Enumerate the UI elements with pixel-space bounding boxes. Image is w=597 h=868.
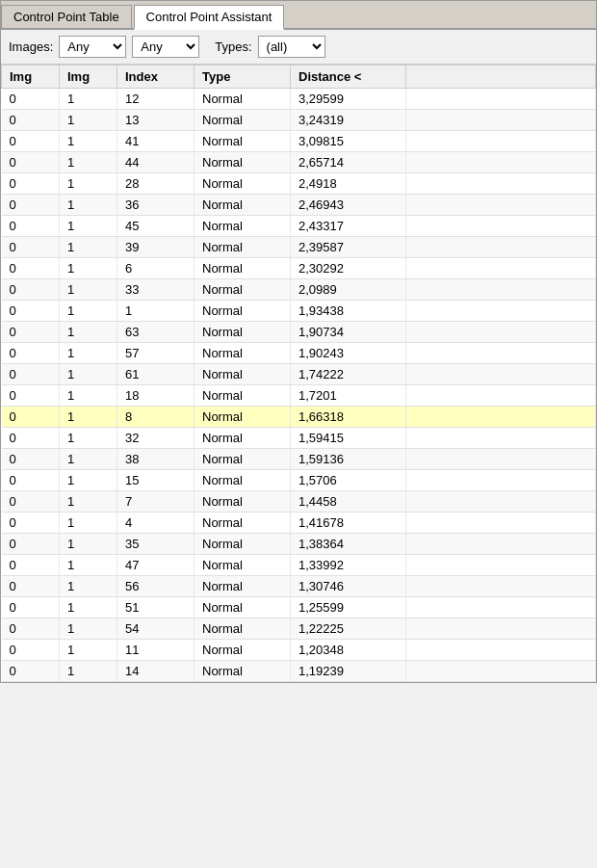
- cell-index: 4: [117, 513, 195, 534]
- cell-type: Normal: [195, 534, 291, 555]
- cell-img1: 0: [2, 618, 60, 640]
- table-row[interactable]: 0135Normal1,38364: [2, 534, 596, 555]
- tab-control-point-assistant[interactable]: Control Point Assistant: [134, 5, 285, 30]
- table-row[interactable]: 0128Normal2,4918: [2, 173, 596, 195]
- cell-type: Normal: [195, 640, 291, 661]
- cell-index: 32: [117, 428, 195, 449]
- cell-extra: [406, 597, 596, 618]
- table-row[interactable]: 017Normal1,4458: [2, 491, 596, 513]
- cell-img2: 1: [60, 555, 117, 576]
- images-label: Images:: [9, 39, 53, 54]
- table-row[interactable]: 0138Normal1,59136: [2, 449, 596, 470]
- cell-img2: 1: [60, 491, 117, 513]
- cell-img1: 0: [2, 110, 60, 131]
- types-label: Types:: [215, 39, 251, 54]
- cell-index: 36: [117, 195, 195, 216]
- cell-img2: 1: [60, 640, 117, 661]
- col-header-img1: Img: [2, 66, 60, 89]
- cell-index: 45: [117, 216, 195, 237]
- images-select-2[interactable]: Any: [132, 36, 199, 58]
- table-container: Img Img Index Type Distance < 0112Normal…: [1, 65, 596, 682]
- cell-index: 57: [117, 343, 195, 364]
- tab-bar: Control Point Table Control Point Assist…: [1, 1, 596, 30]
- cell-index: 11: [117, 640, 195, 661]
- table-row[interactable]: 0118Normal1,7201: [2, 385, 596, 407]
- col-header-distance[interactable]: Distance <: [291, 66, 406, 89]
- cell-img2: 1: [60, 385, 117, 407]
- cell-img1: 0: [2, 89, 60, 110]
- table-row[interactable]: 0145Normal2,43317: [2, 216, 596, 237]
- cell-extra: [406, 301, 596, 322]
- table-row[interactable]: 0151Normal1,25599: [2, 597, 596, 618]
- cell-img2: 1: [60, 343, 117, 364]
- table-body: 0112Normal3,295990113Normal3,243190141No…: [2, 89, 596, 682]
- cell-distance: 1,66318: [291, 407, 406, 428]
- col-header-type: Type: [195, 66, 291, 89]
- table-row[interactable]: 0133Normal2,0989: [2, 279, 596, 301]
- table-row[interactable]: 0139Normal2,39587: [2, 237, 596, 258]
- table-row[interactable]: 0161Normal1,74222: [2, 364, 596, 385]
- cell-distance: 1,38364: [291, 534, 406, 555]
- cell-extra: [406, 576, 596, 597]
- table-row[interactable]: 0112Normal3,29599: [2, 89, 596, 110]
- cell-distance: 1,25599: [291, 597, 406, 618]
- cell-img2: 1: [60, 618, 117, 640]
- table-row[interactable]: 0156Normal1,30746: [2, 576, 596, 597]
- cell-img2: 1: [60, 152, 117, 173]
- cell-extra: [406, 449, 596, 470]
- cell-img2: 1: [60, 449, 117, 470]
- cell-index: 1: [117, 301, 195, 322]
- table-row[interactable]: 0115Normal1,5706: [2, 470, 596, 491]
- table-row[interactable]: 0144Normal2,65714: [2, 152, 596, 173]
- table-row[interactable]: 014Normal1,41678: [2, 513, 596, 534]
- cell-img1: 0: [2, 491, 60, 513]
- cell-img1: 0: [2, 555, 60, 576]
- cell-img1: 0: [2, 131, 60, 152]
- cell-extra: [406, 237, 596, 258]
- cell-distance: 1,41678: [291, 513, 406, 534]
- table-row[interactable]: 011Normal1,93438: [2, 301, 596, 322]
- tab-control-point-table[interactable]: Control Point Table: [1, 5, 132, 28]
- table-row[interactable]: 0111Normal1,20348: [2, 640, 596, 661]
- cell-img2: 1: [60, 279, 117, 301]
- col-header-extra: [406, 66, 596, 89]
- table-row[interactable]: 0157Normal1,90243: [2, 343, 596, 364]
- cell-type: Normal: [195, 258, 291, 279]
- table-row[interactable]: 0136Normal2,46943: [2, 195, 596, 216]
- cell-img2: 1: [60, 513, 117, 534]
- table-row[interactable]: 0163Normal1,90734: [2, 322, 596, 343]
- types-select[interactable]: (all): [258, 36, 325, 58]
- cell-index: 51: [117, 597, 195, 618]
- cell-img1: 0: [2, 195, 60, 216]
- cell-extra: [406, 470, 596, 491]
- cell-extra: [406, 491, 596, 513]
- cell-distance: 1,59415: [291, 428, 406, 449]
- table-row[interactable]: 016Normal2,30292: [2, 258, 596, 279]
- table-row[interactable]: 0113Normal3,24319: [2, 110, 596, 131]
- cell-img2: 1: [60, 470, 117, 491]
- table-row[interactable]: 0154Normal1,22225: [2, 618, 596, 640]
- cell-index: 38: [117, 449, 195, 470]
- col-header-index: Index: [117, 66, 195, 89]
- cell-distance: 1,74222: [291, 364, 406, 385]
- cell-distance: 3,29599: [291, 89, 406, 110]
- cell-img2: 1: [60, 364, 117, 385]
- cell-img1: 0: [2, 576, 60, 597]
- cell-type: Normal: [195, 597, 291, 618]
- table-header: Img Img Index Type Distance <: [2, 66, 596, 89]
- cell-distance: 2,4918: [291, 173, 406, 195]
- cell-distance: 2,65714: [291, 152, 406, 173]
- table-row[interactable]: 018Normal1,66318: [2, 407, 596, 428]
- cell-extra: [406, 618, 596, 640]
- cell-index: 41: [117, 131, 195, 152]
- table-row[interactable]: 0147Normal1,33992: [2, 555, 596, 576]
- cell-distance: 1,5706: [291, 470, 406, 491]
- table-row[interactable]: 0114Normal1,19239: [2, 661, 596, 682]
- cell-extra: [406, 364, 596, 385]
- table-row[interactable]: 0141Normal3,09815: [2, 131, 596, 152]
- cell-extra: [406, 407, 596, 428]
- cell-type: Normal: [195, 322, 291, 343]
- images-select-1[interactable]: Any: [59, 36, 126, 58]
- table-row[interactable]: 0132Normal1,59415: [2, 428, 596, 449]
- cell-extra: [406, 513, 596, 534]
